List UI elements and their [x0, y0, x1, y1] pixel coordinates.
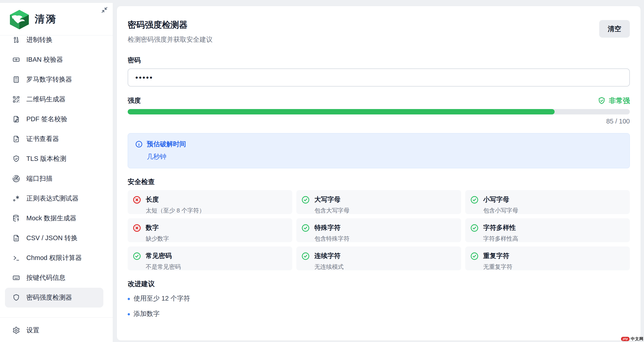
card-header: 密码强度检测器 检测密码强度并获取安全建议 清空 — [128, 19, 630, 44]
bullet-dot — [128, 313, 130, 315]
sidebar-item-label: CSV / JSON 转换 — [26, 234, 78, 243]
password-input[interactable] — [128, 69, 630, 87]
check-desc: 包含特殊字符 — [314, 235, 350, 243]
sidebar-item[interactable]: IBAN 校验器 — [5, 50, 103, 70]
collapse-sidebar-icon[interactable] — [101, 6, 108, 14]
check-desc: 无连续模式 — [314, 263, 344, 271]
sidebar-item[interactable]: 进制转换 — [5, 35, 103, 50]
check-title: 大写字母 — [314, 195, 350, 204]
check-title: 重复字符 — [483, 251, 512, 260]
strength-level-text: 非常强 — [609, 96, 630, 105]
radar-icon — [12, 175, 20, 182]
sidebar-footer: 设置 — [0, 317, 113, 342]
sidebar-item[interactable]: 证书查看器 — [5, 129, 103, 149]
binary-icon — [12, 36, 20, 44]
strength-row: 强度 非常强 — [128, 96, 630, 105]
circle-check-icon — [301, 196, 310, 204]
sidebar-item[interactable]: 罗马数字转换器 — [5, 70, 103, 90]
info-icon — [135, 140, 143, 148]
check-desc: 包含大写字母 — [314, 207, 350, 214]
suggestion-item: 使用至少 12 个字符 — [128, 294, 630, 303]
shield-check-icon — [598, 97, 606, 105]
sidebar-item[interactable]: 按键代码信息 — [5, 268, 103, 288]
qr-code-icon — [12, 96, 20, 103]
circle-x-icon — [133, 196, 141, 204]
sidebar-nav: 进制转换IBAN 校验器罗马数字转换器二维码生成器PDF 签名校验证书查看器TL… — [0, 35, 113, 317]
check-title: 连续字符 — [314, 251, 344, 260]
tool-card: 密码强度检测器 检测密码强度并获取安全建议 清空 密码 强度 非常强 — [117, 6, 641, 341]
page-title: 密码强度检测器 — [128, 19, 212, 31]
sidebar-item[interactable]: 正则表达式测试器 — [5, 189, 103, 208]
sidebar-item-label: Mock 数据生成器 — [26, 214, 76, 223]
check-title: 数字 — [146, 223, 169, 232]
suggestion-text: 添加数字 — [134, 309, 160, 318]
strength-progress-track — [128, 109, 630, 114]
watermark[interactable]: php 中文网 — [621, 336, 644, 341]
sidebar-item[interactable]: PDF 签名校验 — [5, 109, 103, 129]
php-badge: php — [621, 337, 630, 341]
sidebar-item[interactable]: CSV / JSON 转换 — [5, 228, 103, 248]
app-logo — [8, 9, 30, 30]
sidebar-item-label: 正则表达式测试器 — [26, 194, 78, 203]
strength-progress-fill — [128, 109, 554, 114]
sidebar-item[interactable]: Chmod 权限计算器 — [5, 248, 103, 268]
file-check-icon — [12, 135, 20, 143]
sidebar-item[interactable]: 端口扫描 — [5, 169, 103, 189]
sidebar-item[interactable]: 密码强度检测器 — [5, 288, 103, 307]
check-desc: 太短（至少 8 个字符） — [146, 207, 205, 214]
check-title: 小写字母 — [483, 195, 518, 204]
check-card: 字符多样性字符多样性高 — [465, 218, 630, 242]
sidebar-item-label: 设置 — [26, 326, 40, 335]
watermark-site: 中文网 — [631, 336, 644, 341]
sidebar-item-label: 密码强度检测器 — [26, 293, 72, 302]
app-window: 清漪 进制转换IBAN 校验器罗马数字转换器二维码生成器PDF 签名校验证书查看… — [0, 0, 644, 342]
page-subtitle: 检测密码强度并获取安全建议 — [128, 35, 212, 44]
gear-icon — [12, 326, 20, 334]
shield-check-icon — [12, 155, 20, 163]
check-card: 小写字母包含小写字母 — [465, 190, 630, 214]
check-title: 特殊字符 — [314, 223, 350, 232]
sidebar: 清漪 进制转换IBAN 校验器罗马数字转换器二维码生成器PDF 签名校验证书查看… — [0, 3, 113, 342]
bullet-dot — [128, 298, 130, 300]
regex-icon — [12, 195, 20, 202]
sidebar-item-label: 罗马数字转换器 — [26, 75, 72, 84]
sidebar-item-label: PDF 签名校验 — [26, 115, 67, 124]
sidebar-item-label: TLS 版本检测 — [26, 154, 66, 163]
keyboard-icon — [12, 274, 20, 282]
strength-label: 强度 — [128, 96, 141, 105]
sidebar-item[interactable]: 二维码生成器 — [5, 90, 103, 109]
strength-score: 85 / 100 — [128, 118, 630, 125]
check-title: 字符多样性 — [483, 223, 518, 232]
sidebar-item-settings[interactable]: 设置 — [5, 320, 103, 340]
check-desc: 字符多样性高 — [483, 235, 518, 243]
circle-check-icon — [470, 224, 479, 232]
check-card: 长度太短（至少 8 个字符） — [128, 190, 292, 214]
suggestion-list: 使用至少 12 个字符添加数字 — [128, 294, 630, 318]
strength-level-badge: 非常强 — [598, 96, 630, 105]
circle-check-icon — [301, 252, 310, 260]
sidebar-item-label: Chmod 权限计算器 — [26, 253, 82, 262]
terminal-icon — [12, 254, 20, 262]
main-area: 密码强度检测器 检测密码强度并获取安全建议 清空 密码 强度 非常强 — [113, 3, 644, 342]
check-title: 常见密码 — [146, 251, 181, 260]
check-card: 大写字母包含大写字母 — [296, 190, 461, 214]
sidebar-item-label: 二维码生成器 — [26, 95, 66, 104]
database-zap-icon — [12, 214, 20, 222]
sidebar-item-label: 端口扫描 — [26, 174, 52, 183]
crack-time-box: 预估破解时间 几秒钟 — [128, 133, 630, 168]
check-desc: 缺少数字 — [146, 235, 169, 243]
circle-check-icon — [133, 252, 141, 260]
clear-button[interactable]: 清空 — [599, 20, 630, 38]
check-card: 重复字符无重复字符 — [465, 246, 630, 270]
circle-check-icon — [470, 252, 479, 260]
check-card: 连续字符无连续模式 — [296, 246, 461, 270]
sidebar-item[interactable]: Mock 数据生成器 — [5, 208, 103, 228]
crack-time-title: 预估破解时间 — [147, 140, 186, 149]
calculator-icon — [12, 76, 20, 83]
circle-check-icon — [301, 224, 310, 232]
check-title: 长度 — [146, 195, 205, 204]
sidebar-item[interactable]: TLS 版本检测 — [5, 149, 103, 169]
suggestions-section-title: 改进建议 — [128, 279, 630, 289]
suggestion-text: 使用至少 12 个字符 — [134, 294, 190, 303]
check-card: 数字缺少数字 — [128, 218, 292, 242]
